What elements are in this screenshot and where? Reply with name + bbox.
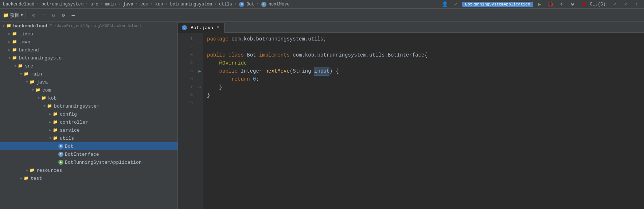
vcs-button[interactable]: ✓ — [451, 0, 460, 9]
token-return: return — [231, 75, 253, 83]
project-dropdown[interactable]: 📁 项目 ▼ — [3, 12, 23, 19]
debug-button[interactable]: 🐞 — [546, 0, 555, 9]
token-brace-close-8: } — [207, 91, 210, 99]
label-mvn: .mvn — [19, 39, 30, 45]
settings-button[interactable]: ⚙ — [59, 11, 68, 20]
collapse-button[interactable]: — — [69, 11, 78, 20]
folder-icon-java: 📁 — [29, 79, 35, 85]
tree-item-botrunningsystem2[interactable]: ▼ 📁 botrunningsystem — [0, 102, 177, 110]
tree-item-utils[interactable]: ▼ 📁 utils — [0, 134, 177, 142]
tree-item-bot[interactable]: ▶ C Bot — [0, 142, 177, 150]
arrow-backend: ▶ — [7, 48, 12, 52]
line-num-8: 8 — [178, 91, 196, 99]
token-indent-6 — [207, 75, 231, 83]
line-num-1: 1 — [178, 35, 196, 43]
coverage-button[interactable]: ☂ — [557, 0, 566, 9]
gutter-2 — [196, 43, 203, 51]
tree-item-kob[interactable]: ▼ 📁 kob — [0, 94, 177, 102]
nav-java[interactable]: java — [123, 2, 133, 7]
nav-sep-4: › — [118, 2, 121, 7]
folder-icon-config: 📁 — [52, 111, 58, 117]
code-content[interactable]: package com.kob.botrunningsystem.utils; … — [203, 33, 644, 209]
folder-icon-botrunningsystem2: 📁 — [47, 103, 52, 109]
token-semi-6: ; — [256, 75, 259, 83]
tree-item-botrunningsystem[interactable]: ▼ 📁 botrunningsystem — [0, 54, 177, 62]
nav-utils[interactable]: utils — [219, 2, 232, 7]
line-num-9: 9 — [178, 99, 196, 107]
nav-kob[interactable]: kob — [155, 2, 163, 7]
token-param-input: input — [314, 67, 329, 76]
toolbar-project-label: 项目 — [10, 12, 19, 19]
label-kob: kob — [48, 96, 56, 101]
label-backend: backend — [19, 47, 39, 53]
path-backendcloud: E:\JavaProject\Spring\KOB\backendcloud — [50, 24, 141, 28]
nav-com[interactable]: com — [140, 2, 148, 7]
tree-item-java[interactable]: ▼ 📁 java — [0, 78, 177, 86]
git-push-button[interactable]: ↑ — [632, 0, 641, 9]
tree-item-service[interactable]: ▶ 📁 service — [0, 126, 177, 134]
git-check-button[interactable]: ✓ — [610, 0, 619, 9]
project-tree[interactable]: ▼ 📁 backendcloud E:\JavaProject\Spring\K… — [0, 22, 178, 209]
nav-sep-5: › — [136, 2, 138, 7]
folder-icon-com: 📁 — [35, 87, 41, 93]
git-check2-button[interactable]: ✓ — [621, 0, 630, 9]
tree-item-com[interactable]: ▼ 📁 com — [0, 86, 177, 94]
nav-nextmove-icon: I — [261, 2, 266, 7]
folder-icon-main: 📁 — [23, 71, 29, 77]
layout2-button[interactable]: ⊟ — [49, 11, 58, 20]
tree-item-config[interactable]: ▶ 📁 config — [0, 110, 177, 118]
run-button[interactable]: ▶ — [535, 0, 544, 9]
token-integer: Integer — [241, 67, 265, 75]
run-config-button[interactable]: BotRunningSystemApplication — [462, 2, 533, 7]
code-line-3: public class Bot implements com.kob.botr… — [207, 51, 640, 59]
label-src: src — [25, 63, 33, 69]
project-dropdown-arrow: ▼ — [20, 12, 23, 18]
add-button[interactable]: ⊕ — [30, 11, 38, 20]
profile-run-button[interactable]: ⊙ — [568, 0, 577, 9]
tree-item-backendcloud[interactable]: ▼ 📁 backendcloud E:\JavaProject\Spring\K… — [0, 22, 177, 30]
toolbar-project-section: 📁 项目 ▼ — [3, 12, 26, 19]
line-num-2: 2 — [178, 43, 196, 51]
tree-item-src[interactable]: ▼ 📁 src — [0, 62, 177, 70]
profile-button[interactable]: 👤 — [440, 0, 449, 9]
nav-bot[interactable]: Bot — [246, 2, 254, 7]
token-brace-close-7: } — [219, 83, 222, 91]
tree-item-idea[interactable]: ▶ 📁 .idea — [0, 30, 177, 38]
token-zero: 0 — [253, 75, 256, 83]
layout-button[interactable]: ≡ — [39, 11, 48, 20]
gutter-4 — [196, 59, 203, 67]
tree-item-controller[interactable]: ▶ 📁 controller — [0, 118, 177, 126]
token-public-5: public — [219, 67, 241, 75]
nav-sep-1: › — [36, 2, 39, 7]
gutter-3 — [196, 51, 203, 59]
nav-botrunningsystem2[interactable]: botrunningsystem — [170, 2, 212, 7]
stop-button[interactable]: ■ — [579, 0, 588, 9]
tree-item-mvn[interactable]: ▶ 📁 .mvn — [0, 38, 177, 46]
folder-icon-service: 📁 — [52, 127, 58, 133]
tree-item-botinterface[interactable]: ▶ I BotInterface — [0, 150, 177, 158]
folder-icon-test: 📁 — [23, 175, 29, 181]
arrow-utils: ▼ — [48, 136, 52, 140]
nav-backendcloud[interactable]: backendcloud — [3, 2, 34, 7]
tree-item-resources[interactable]: ▶ 📁 resources — [0, 166, 177, 174]
label-bot: Bot — [65, 144, 73, 149]
tree-item-test[interactable]: ▶ 📁 test — [0, 174, 177, 182]
label-utils: utils — [60, 136, 74, 141]
tab-bot-java[interactable]: C Bot.java × — [178, 23, 225, 33]
nav-src[interactable]: src — [90, 2, 98, 7]
toolbar: 📁 项目 ▼ ⊕ ≡ ⊟ ⚙ — — [0, 9, 644, 22]
folder-icon-src: 📁 — [17, 63, 23, 69]
token-interface: com.kob.botrunningsystem.utils.BotInterf… — [293, 51, 424, 59]
code-line-7: } — [207, 83, 640, 91]
folder-icon-utils: 📁 — [52, 135, 58, 141]
tree-item-main[interactable]: ▼ 📁 main — [0, 70, 177, 78]
tree-item-backend[interactable]: ▶ 📁 backend — [0, 46, 177, 54]
token-indent-4 — [207, 59, 219, 67]
nav-botrunningsystem[interactable]: botrunningsystem — [42, 2, 83, 7]
tab-close-button[interactable]: × — [215, 25, 220, 30]
main-layout: ▼ 📁 backendcloud E:\JavaProject\Spring\K… — [0, 22, 644, 209]
tree-item-botrunningsystemapplication[interactable]: ▶ A BotRunningSystemApplication — [0, 158, 177, 166]
tab-filename: Bot.java — [191, 25, 213, 31]
nav-nextmove[interactable]: nextMove — [269, 2, 290, 7]
nav-main[interactable]: main — [105, 2, 116, 7]
